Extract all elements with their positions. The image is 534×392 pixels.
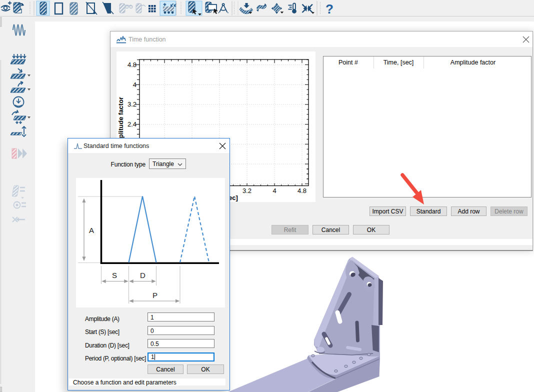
svg-text:D: D (140, 271, 146, 280)
svg-text:4: 4 (272, 187, 276, 194)
svg-text:3.2: 3.2 (128, 100, 136, 108)
svg-text:S: S (112, 271, 117, 280)
svg-text:A: A (89, 226, 94, 234)
svg-text:P: P (152, 291, 158, 300)
svg-text:?: ? (326, 2, 334, 16)
svg-text:3.2: 3.2 (242, 187, 252, 194)
svg-text:4.8: 4.8 (128, 61, 136, 68)
svg-text:2.4: 2.4 (128, 120, 136, 128)
svg-text:4: 4 (133, 81, 136, 88)
svg-text:4.8: 4.8 (298, 187, 306, 194)
